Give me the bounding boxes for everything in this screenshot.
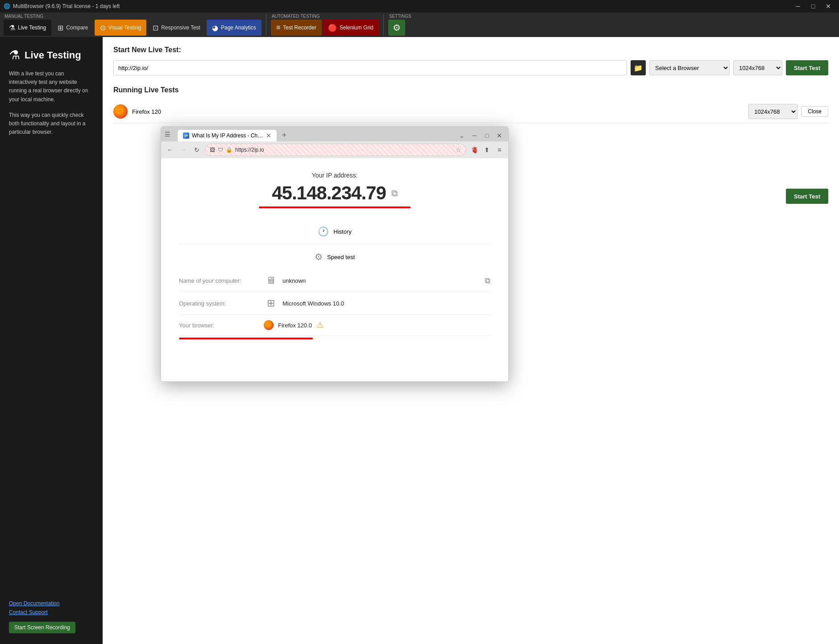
automated-testing-section: Automated Testing ≡ Test Recorder 🔴 Sele… (271, 14, 379, 36)
page-info-icon: 🖼 (210, 147, 215, 153)
browser-label: Your browser: (179, 322, 259, 329)
minimize-button[interactable]: ─ (791, 1, 805, 11)
compare-button[interactable]: ⊞ Compare (52, 20, 93, 36)
close-tab-icon[interactable]: ✕ (494, 130, 505, 141)
running-test-right: 1024x768 1280x1024 1366x768 Close (748, 104, 828, 119)
tab-bar-right: ⌄ ─ □ ✕ (457, 130, 505, 141)
settings-buttons: ⚙ (388, 20, 411, 36)
sidebar-desc1: With a live test you can interactively t… (9, 70, 94, 104)
active-tab[interactable]: IP What Is My IP Address - Check ✕ (177, 129, 277, 141)
ip-address-row: 45.148.234.79 ⧉ (179, 182, 490, 204)
minimize-tab-icon[interactable]: ─ (469, 130, 480, 141)
website-content: Your IP address: 45.148.234.79 ⧉ 🕐 Histo… (161, 158, 508, 381)
maximize-button[interactable]: □ (806, 1, 820, 11)
open-docs-link[interactable]: Open Documentation (9, 600, 94, 607)
new-tab-button[interactable]: + (279, 130, 290, 141)
flask-icon: ⚗ (9, 24, 15, 32)
contact-support-link[interactable]: Contact Support (9, 609, 94, 615)
copy-ip-icon[interactable]: ⧉ (391, 188, 398, 198)
test-recorder-button[interactable]: ≡ Test Recorder (271, 20, 322, 36)
titlebar-controls: ─ □ ✕ (791, 1, 835, 11)
browser-select[interactable]: Select a Browser Firefox 120 Chrome 120 … (649, 60, 730, 75)
start-recording-button[interactable]: Start Screen Recording (9, 622, 75, 633)
copy-computer-icon[interactable]: ⧉ (485, 276, 490, 285)
settings-button[interactable]: ⚙ (388, 20, 405, 36)
visual-testing-button[interactable]: ⊙ Visual Testing (95, 20, 147, 36)
live-testing-button[interactable]: ⚗ Live Testing (4, 20, 51, 36)
sidebar-desc2: This way you can quickly check both func… (9, 111, 94, 137)
selenium-label: Selenium Grid (340, 25, 374, 31)
start-test-button-2[interactable]: Start Test (786, 189, 828, 204)
address-bar[interactable]: 🖼 🛡 🔒 https://2ip.io ☆ (205, 144, 466, 156)
speed-row[interactable]: ⚙ Speed test (179, 244, 490, 269)
pocket-icon[interactable]: 🫀 (469, 144, 480, 155)
os-label: Operating system: (179, 300, 259, 307)
ip-address-display: 45.148.234.79 (272, 182, 386, 204)
computer-label: Name of your computer: (179, 277, 259, 284)
folder-icon: 📁 (634, 64, 643, 72)
responsive-label: Responsive Test (161, 25, 200, 31)
live-testing-label: Live Testing (18, 25, 46, 31)
browser-window: ☰ IP What Is My IP Address - Check ✕ + ⌄… (161, 126, 509, 382)
menubar: Manual Testing ⚗ Live Testing ⊞ Compare … (0, 12, 839, 37)
resolution-select[interactable]: 1024x768 1280x1024 1366x768 1920x1080 (733, 60, 782, 75)
chevron-down-icon[interactable]: ⌄ (457, 130, 467, 141)
history-row[interactable]: 🕐 History (179, 219, 490, 244)
running-test-left: Firefox 120 (113, 104, 161, 119)
analytics-label: Page Analytics (221, 25, 256, 31)
start-test-title: Start New Live Test: (113, 46, 828, 54)
tab-favicon: IP (183, 132, 189, 139)
browser-value: Firefox 120.0 (278, 322, 312, 329)
reload-button[interactable]: ↻ (191, 144, 202, 155)
ip-label: Your IP address: (179, 172, 490, 179)
selenium-grid-button[interactable]: 🔴 Selenium Grid (323, 20, 379, 36)
shield-icon: 🛡 (218, 147, 223, 153)
app-icon: 🌐 (4, 3, 10, 9)
responsive-test-button[interactable]: ⊡ Responsive Test (147, 20, 206, 36)
share-icon[interactable]: ⬆ (482, 144, 492, 155)
tab-close-icon[interactable]: ✕ (266, 132, 271, 139)
titlebar: 🌐 MultiBrowser (9.6.9) Trial license - 1… (0, 0, 839, 12)
start-test-row: 📁 Select a Browser Firefox 120 Chrome 12… (113, 60, 828, 75)
close-button[interactable]: ✕ (821, 1, 835, 11)
start-test-button[interactable]: Start Test (786, 60, 828, 75)
nav-right-icons: 🫀 ⬆ ≡ (469, 144, 505, 155)
titlebar-left: 🌐 MultiBrowser (9.6.9) Trial license - 1… (4, 3, 120, 9)
folder-button[interactable]: 📁 (631, 60, 646, 75)
sidebar-links: Open Documentation Contact Support Start… (9, 600, 94, 633)
windows-icon: ⊞ (264, 297, 278, 309)
browser-info-icon (264, 320, 274, 330)
app-title: MultiBrowser (9.6.9) Trial license - 1 d… (13, 3, 120, 9)
computer-value: unknown (282, 277, 306, 284)
close-test-button[interactable]: Close (801, 106, 828, 117)
start-test-section: Start New Live Test: 📁 Select a Browser … (113, 46, 828, 75)
menu-divider-2 (383, 14, 384, 35)
browser-info-row: Your browser: Firefox 120.0 ⚠ (179, 315, 490, 336)
os-info-row: Operating system: ⊞ Microsoft Windows 10… (179, 292, 490, 315)
star-icon[interactable]: ☆ (456, 146, 461, 153)
right-start-test: Start Test (786, 189, 828, 204)
running-resolution-select[interactable]: 1024x768 1280x1024 1366x768 (748, 104, 797, 119)
analytics-button[interactable]: ◕ Page Analytics (207, 20, 262, 36)
compare-icon: ⊞ (58, 24, 63, 32)
manual-buttons: ⚗ Live Testing ⊞ Compare ⊙ Visual Testin… (4, 20, 262, 36)
manual-section-label: Manual Testing (4, 14, 262, 19)
compare-label: Compare (66, 25, 88, 31)
recorder-label: Test Recorder (283, 25, 316, 31)
menu-divider (266, 14, 266, 35)
forward-button[interactable]: → (178, 144, 189, 155)
os-value: Microsoft Windows 10.0 (282, 300, 344, 307)
tab-menu-icon[interactable]: ☰ (165, 131, 170, 138)
sidebar-title: Live Testing (25, 50, 81, 61)
maximize-tab-icon[interactable]: □ (482, 130, 492, 141)
browser-underline (179, 338, 313, 339)
menu-icon[interactable]: ≡ (494, 144, 505, 155)
lock-icon: 🔒 (226, 147, 233, 153)
speed-label: Speed test (327, 254, 355, 260)
warning-icon: ⚠ (316, 320, 324, 330)
speed-icon: ⚙ (315, 252, 323, 262)
back-button[interactable]: ← (165, 144, 175, 155)
url-input[interactable] (113, 60, 627, 75)
camera-icon: ⊙ (100, 24, 106, 32)
firefox-icon (113, 104, 128, 119)
